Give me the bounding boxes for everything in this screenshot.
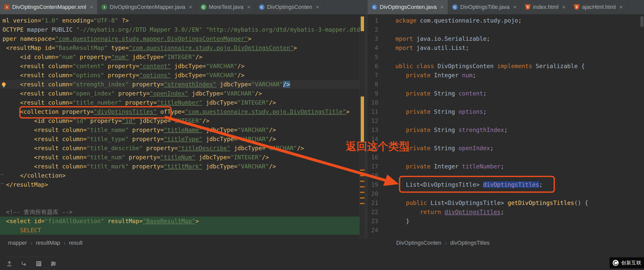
code-line[interactable]: 15 private String openIndex; (368, 144, 644, 153)
code-line[interactable]: 11 private String options; (368, 107, 644, 116)
line-number[interactable]: 3 (368, 34, 378, 43)
code-line[interactable]: <result column="title_num" property="tit… (0, 153, 359, 162)
code-line[interactable]: <result column="options" property="optio… (0, 71, 359, 80)
code-line[interactable]: 16 (368, 153, 644, 162)
line-number[interactable]: 17 (368, 162, 378, 171)
code-line[interactable]: <result column="content" property="conte… (0, 62, 359, 71)
code-line[interactable]: <result column="strength_index" property… (0, 80, 359, 89)
code-line[interactable]: 7 private Integer num; (368, 71, 644, 80)
code-line[interactable]: <id column="id" property="id" jdbcType="… (0, 116, 359, 125)
line-number[interactable]: 19 (368, 180, 378, 189)
step-arrow-icon[interactable] (20, 260, 28, 267)
code-line[interactable]: <result column="title_describe" property… (0, 144, 359, 153)
fold-end-icon[interactable]: ⌐ (1, 172, 4, 177)
code-line[interactable]: <select id="findAllQuestion" resultMap="… (0, 217, 359, 226)
code-line[interactable]: 1ackage com.questionnaire.study.pojo; (368, 16, 644, 25)
code-line[interactable]: ml version="1.0" encoding="UTF-8" ?> (0, 16, 359, 25)
line-number[interactable]: 9 (368, 89, 378, 98)
code-line[interactable]: OCTYPE mapper PUBLIC "-//mybatis.org//DT… (0, 25, 359, 34)
line-number[interactable]: 15 (368, 144, 378, 153)
breadcrumb-item[interactable]: divOptingsTitles (450, 240, 490, 246)
code-line[interactable]: 9 private String content; (368, 89, 644, 98)
breadcrumb-item[interactable]: resultMap (36, 240, 60, 246)
line-number[interactable]: 24 (368, 226, 378, 235)
line-number[interactable]: 20 (368, 189, 378, 198)
code-line[interactable]: <resultMap id="BaseResultMap" type="com.… (0, 43, 359, 52)
code-line[interactable]: </resultMap> (0, 180, 359, 189)
editor-tab[interactable]: ajacHtml.html× (570, 0, 627, 14)
fold-end-icon[interactable]: ⌐ (1, 181, 4, 186)
code-line[interactable]: <result column="titlt_mark" property="ti… (0, 162, 359, 171)
line-number[interactable]: 8 (368, 80, 378, 89)
tab-close-icon[interactable]: × (562, 4, 566, 11)
code-line[interactable]: <!-- 查询所有题库 --> (0, 207, 359, 217)
code-line[interactable]: 23 } (368, 217, 644, 226)
code-line[interactable]: 20 (368, 189, 644, 198)
tab-close-icon[interactable]: × (619, 4, 623, 11)
code-line[interactable]: pper namespace="com.questionnaire.study.… (0, 34, 359, 43)
code-line[interactable]: 22 return divOptingsTitles; (368, 207, 644, 217)
code-line[interactable]: 24 (368, 226, 644, 235)
tab-close-icon[interactable]: × (90, 4, 93, 11)
code-line[interactable]: 14 (368, 134, 644, 144)
line-number[interactable]: 14 (368, 134, 378, 144)
editor-tab[interactable]: DivOptingsConten.java× (368, 0, 448, 14)
grid-icon[interactable] (35, 260, 43, 267)
xml-editor-pane[interactable]: ⌐ ⌐ ml version="1.0" encoding="UTF-8" ?>… (0, 14, 359, 238)
line-number[interactable]: 16 (368, 153, 378, 162)
tab-close-icon[interactable]: × (440, 4, 444, 11)
code-line[interactable]: 3mport java.io.Serializable; (368, 34, 644, 43)
code-line[interactable]: <result column="title_number" property="… (0, 98, 359, 107)
line-number[interactable]: 22 (368, 207, 378, 217)
line-number[interactable]: 5 (368, 52, 378, 62)
code-line[interactable]: 2 (368, 25, 644, 34)
error-stripe-scrollbar[interactable] (359, 14, 365, 238)
editor-tab[interactable]: DivOptingsContenMapper.java× (97, 0, 196, 14)
editor-tab[interactable]: DivOptingsTitle.java× (448, 0, 521, 14)
line-number[interactable]: 7 (368, 71, 378, 80)
scrollbar-thumb[interactable] (640, 16, 643, 27)
line-number[interactable]: 2 (368, 25, 378, 34)
code-line[interactable]: 18 (368, 171, 644, 180)
line-number[interactable]: 1 (368, 16, 378, 25)
line-number[interactable]: 6 (368, 62, 378, 71)
code-line[interactable]: 4mport java.util.List; (368, 43, 644, 52)
editor-split-divider[interactable] (365, 14, 368, 238)
line-number[interactable]: 11 (368, 107, 378, 116)
line-number[interactable]: 18 (368, 171, 378, 180)
editor-tab[interactable]: DivOptingsContenMapper.xml× (0, 0, 97, 14)
breadcrumb-item[interactable]: DivOptingsConten (396, 240, 441, 246)
editor-tab[interactable]: MoreTest.java× (197, 0, 255, 14)
filter-sliders-icon[interactable] (50, 260, 57, 267)
code-line[interactable] (0, 189, 359, 198)
tab-close-icon[interactable]: × (247, 4, 251, 11)
code-line[interactable]: SELECT (0, 226, 359, 235)
code-line[interactable]: 19 List<DivOptingsTitle> divOptingsTitle… (368, 180, 644, 189)
code-line[interactable]: <collection property="divOptingsTitles" … (0, 107, 359, 116)
editor-tab[interactable]: DivOptingsConten× (255, 0, 324, 14)
line-number[interactable]: 4 (368, 43, 378, 52)
line-number[interactable]: 12 (368, 116, 378, 125)
code-line[interactable]: 10 (368, 98, 644, 107)
code-line[interactable]: 6ublic class DivOptingsConten implements… (368, 62, 644, 71)
line-number[interactable]: 21 (368, 198, 378, 207)
intention-bulb-icon[interactable] (1, 81, 7, 89)
upload-icon[interactable] (6, 260, 13, 267)
code-line[interactable]: </collection> (0, 171, 359, 180)
code-line[interactable]: 8 (368, 80, 644, 89)
line-number[interactable]: 10 (368, 98, 378, 107)
java-editor-pane[interactable]: 1ackage com.questionnaire.study.pojo;23m… (368, 14, 644, 238)
tab-close-icon[interactable]: × (189, 4, 192, 11)
code-line[interactable]: 12 (368, 116, 644, 125)
code-line[interactable]: 17 private Integer titleNumber; (368, 162, 644, 171)
editor-tab[interactable]: index.html× (521, 0, 570, 14)
code-line[interactable]: <result column="open_index" property="op… (0, 89, 359, 98)
code-line[interactable]: <result column="title_name" property="ti… (0, 125, 359, 134)
code-line[interactable] (0, 198, 359, 207)
tab-close-icon[interactable]: × (513, 4, 517, 11)
line-number[interactable]: 23 (368, 217, 378, 226)
breadcrumb-item[interactable]: mapper (8, 240, 27, 246)
code-line[interactable]: 13 private String strengthIndex; (368, 125, 644, 134)
code-line[interactable]: <result column="title_type" property="ti… (0, 134, 359, 144)
breadcrumb-item[interactable]: result (69, 240, 83, 246)
